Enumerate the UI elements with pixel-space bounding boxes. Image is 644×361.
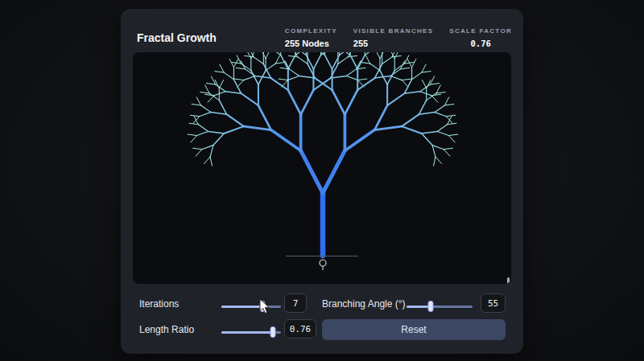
fractal-growth-panel: Fractal Growth COMPLEXITY 255 Nodes VISI… <box>121 9 523 354</box>
iterations-slider[interactable] <box>221 301 281 312</box>
stat-scale-factor-value: 0.76 <box>449 39 512 48</box>
stat-complexity-label: COMPLEXITY <box>285 27 337 35</box>
fractal-canvas[interactable] <box>133 52 511 284</box>
branching-angle-value-field[interactable]: 55 <box>481 293 506 313</box>
page-title: Fractal Growth <box>137 31 217 44</box>
stat-visible-branches-label: VISIBLE BRANCHES <box>353 27 433 35</box>
slider-fill <box>221 306 262 308</box>
branching-angle-slider-thumb[interactable] <box>428 301 434 312</box>
branching-angle-slider[interactable] <box>407 301 473 312</box>
stat-complexity-value: 255 Nodes <box>285 39 337 48</box>
length-ratio-value-field[interactable]: 0.76 <box>284 319 316 338</box>
scrollbar-thumb[interactable] <box>507 277 510 284</box>
fractal-tree-svg <box>133 52 511 284</box>
iterations-value-field[interactable]: 7 <box>284 293 307 313</box>
length-ratio-slider-thumb[interactable] <box>270 326 275 338</box>
slider-fill <box>221 331 273 334</box>
branching-angle-label: Branching Angle (°) <box>322 298 406 310</box>
iterations-slider-thumb[interactable] <box>260 301 266 312</box>
iterations-label: Iterations <box>139 298 179 310</box>
stat-scale-factor: SCALE FACTOR 0.76 <box>449 27 512 48</box>
ground-line <box>286 256 358 256</box>
stats-bar: COMPLEXITY 255 Nodes VISIBLE BRANCHES 25… <box>285 27 512 48</box>
tree-icon <box>317 259 328 272</box>
slider-fill <box>407 306 431 308</box>
stat-complexity: COMPLEXITY 255 Nodes <box>285 27 337 48</box>
length-ratio-slider[interactable] <box>221 326 281 338</box>
length-ratio-label: Length Ratio <box>139 324 194 335</box>
stat-visible-branches: VISIBLE BRANCHES 255 <box>353 27 433 48</box>
reset-button[interactable]: Reset <box>322 319 506 340</box>
panel-header: Fractal Growth COMPLEXITY 255 Nodes VISI… <box>137 23 512 52</box>
stat-scale-factor-label: SCALE FACTOR <box>449 27 512 35</box>
stat-visible-branches-value: 255 <box>353 39 433 48</box>
